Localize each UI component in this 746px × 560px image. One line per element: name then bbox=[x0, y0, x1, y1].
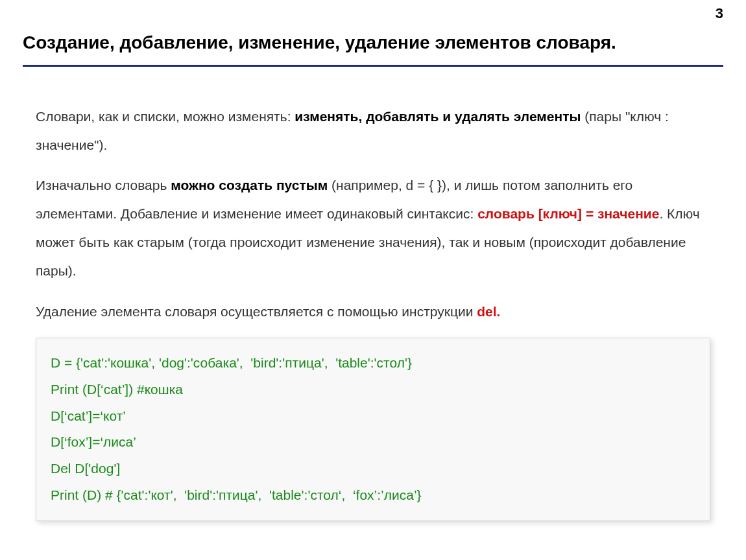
p2-text-1: Изначально словарь bbox=[36, 178, 171, 192]
p3-red: del. bbox=[477, 304, 500, 319]
code-line-2: Print (D[‘cat’]) #кошка bbox=[51, 377, 695, 403]
p2-red: словарь [ключ] = значение bbox=[477, 206, 659, 221]
code-line-4: D[‘fox’]=‘лиса’ bbox=[51, 429, 695, 456]
paragraph-1: Словари, как и списки, можно изменять: и… bbox=[36, 102, 710, 159]
paragraph-2: Изначально словарь можно создать пустым … bbox=[36, 171, 710, 285]
p2-bold-1: можно создать пустым bbox=[171, 178, 328, 192]
code-line-6: Print (D) # {'cat':'кот', 'bird':'птица'… bbox=[51, 482, 695, 509]
code-line-1: D = {'cat':'кошка', 'dog':'собака', 'bir… bbox=[51, 350, 695, 377]
code-line-3: D[‘cat’]=‘кот’ bbox=[51, 403, 695, 430]
paragraph-3: Удаление элемента словаря осуществляется… bbox=[36, 298, 710, 326]
page-number: 3 bbox=[716, 5, 723, 22]
code-block: D = {'cat':'кошка', 'dog':'собака', 'bir… bbox=[36, 338, 710, 522]
slide-title: Создание, добавление, изменение, удалени… bbox=[23, 32, 723, 53]
p1-bold: изменять, добавлять и удалять элементы bbox=[295, 109, 581, 124]
body-text: Словари, как и списки, можно изменять: и… bbox=[36, 102, 710, 326]
p3-text-1: Удаление элемента словаря осуществляется… bbox=[36, 304, 477, 319]
p1-text-1: Словари, как и списки, можно изменять: bbox=[36, 109, 295, 124]
title-rule bbox=[23, 65, 723, 67]
code-line-5: Del D['dog'] bbox=[51, 456, 695, 482]
